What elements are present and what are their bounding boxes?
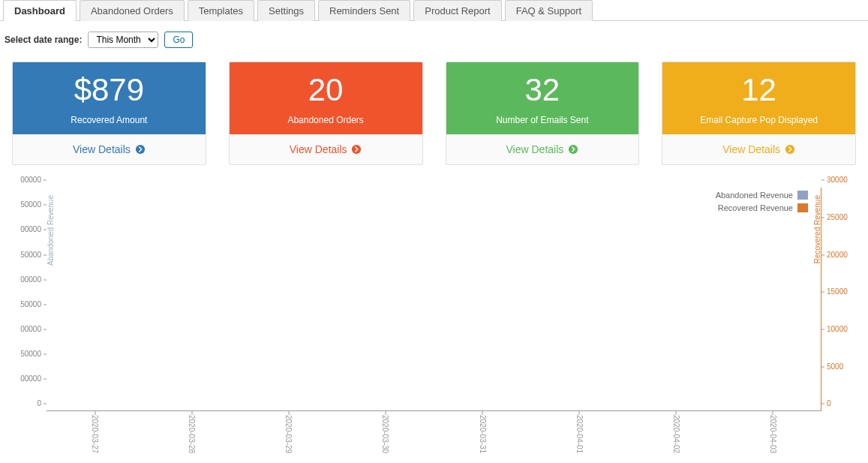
tab-faq-support[interactable]: FAQ & Support bbox=[505, 0, 593, 21]
x-ticks: 2020-03-272020-03-282020-03-292020-03-30… bbox=[47, 411, 821, 453]
x-tick-label: 2020-04-02 bbox=[672, 415, 680, 453]
card-abandoned-orders: 20 Abandoned Orders View Details bbox=[229, 62, 423, 165]
revenue-chart: Abandoned Revenue Recovered Revenue 0000… bbox=[0, 183, 868, 461]
arrow-right-circle-icon bbox=[351, 144, 362, 155]
card-label: Number of Emails Sent bbox=[452, 115, 633, 125]
arrow-right-circle-icon bbox=[785, 144, 795, 155]
card-value: 12 bbox=[668, 73, 849, 107]
card-link[interactable]: View Details bbox=[13, 134, 206, 164]
card-value: 20 bbox=[236, 73, 416, 107]
card-recovered-amount: $879 Recovered Amount View Details bbox=[12, 62, 206, 165]
tab-dashboard[interactable]: Dashboard bbox=[3, 0, 77, 21]
tab-abandoned-orders[interactable]: Abandoned Orders bbox=[80, 0, 185, 21]
tab-templates[interactable]: Templates bbox=[188, 0, 254, 21]
x-tick-label: 2020-03-28 bbox=[188, 415, 196, 453]
chart-legend: Abandoned Revenue Recovered Revenue bbox=[716, 189, 808, 214]
x-tick-label: 2020-03-29 bbox=[284, 415, 293, 453]
y-left-ticks: 0000005000000000500000000050000000005000… bbox=[12, 188, 47, 411]
card-link[interactable]: View Details bbox=[446, 134, 639, 164]
card-label: Abandoned Orders bbox=[236, 115, 416, 125]
y-right-ticks: 050001000015000200002500030000 bbox=[821, 188, 856, 411]
plot-area bbox=[47, 188, 821, 411]
svg-point-1 bbox=[352, 145, 361, 154]
svg-point-0 bbox=[136, 145, 145, 154]
x-tick-label: 2020-04-01 bbox=[575, 415, 584, 453]
card-link[interactable]: View Details bbox=[230, 134, 422, 164]
stat-cards: $879 Recovered Amount View Details 20 Ab… bbox=[0, 62, 868, 183]
card-value: 32 bbox=[452, 73, 633, 107]
tab-reminders-sent[interactable]: Reminders Sent bbox=[318, 0, 410, 21]
x-tick-label: 2020-03-30 bbox=[381, 415, 389, 453]
date-range-select[interactable]: This Month bbox=[88, 32, 158, 48]
card-label: Email Capture Pop Displayed bbox=[668, 115, 849, 125]
card-emails-sent: 32 Number of Emails Sent View Details bbox=[446, 62, 640, 165]
tab-bar: Dashboard Abandoned Orders Templates Set… bbox=[0, 0, 868, 21]
card-link[interactable]: View Details bbox=[662, 134, 855, 164]
x-tick-label: 2020-03-27 bbox=[91, 415, 99, 453]
card-value: $879 bbox=[19, 73, 200, 107]
date-range-label: Select date range: bbox=[5, 35, 82, 45]
x-tick-label: 2020-03-31 bbox=[479, 415, 487, 453]
date-range-row: Select date range: This Month Go bbox=[0, 32, 868, 62]
svg-point-2 bbox=[569, 145, 578, 154]
svg-point-3 bbox=[785, 145, 794, 154]
legend-swatch-recovered bbox=[797, 203, 808, 212]
tab-settings[interactable]: Settings bbox=[257, 0, 315, 21]
x-tick-label: 2020-04-03 bbox=[769, 415, 777, 453]
arrow-right-circle-icon bbox=[135, 144, 146, 155]
arrow-right-circle-icon bbox=[568, 144, 578, 155]
card-label: Recovered Amount bbox=[19, 115, 200, 125]
legend-swatch-abandoned bbox=[797, 191, 808, 200]
legend-label-recovered: Recovered Revenue bbox=[718, 202, 793, 215]
tab-product-report[interactable]: Product Report bbox=[413, 0, 501, 21]
go-button[interactable]: Go bbox=[164, 32, 193, 48]
card-email-capture-pop: 12 Email Capture Pop Displayed View Deta… bbox=[662, 62, 856, 165]
legend-label-abandoned: Abandoned Revenue bbox=[716, 189, 793, 202]
